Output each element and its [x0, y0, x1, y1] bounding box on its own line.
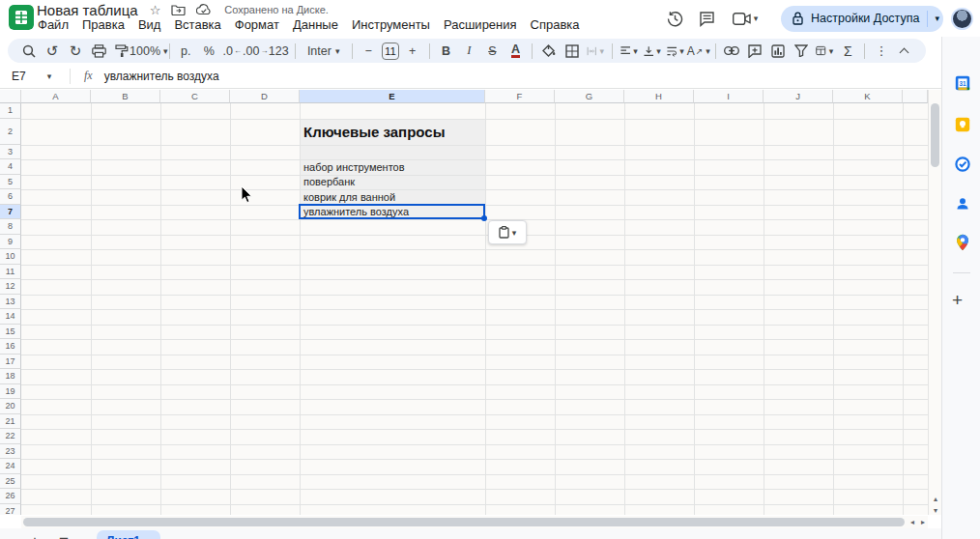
- bold-button[interactable]: B: [435, 41, 456, 62]
- menu-item-7[interactable]: Расширения: [437, 16, 524, 33]
- column-header-G[interactable]: G: [555, 90, 624, 103]
- fill-color-button[interactable]: [538, 41, 560, 62]
- font-select[interactable]: Inter▾: [302, 41, 346, 62]
- calendar-icon[interactable]: 31: [954, 74, 970, 91]
- more-options-button[interactable]: ⋮: [871, 41, 892, 62]
- column-header-D[interactable]: D: [230, 90, 300, 103]
- text-rotation-button[interactable]: A↗ ▾: [688, 41, 709, 62]
- get-addons-button[interactable]: +: [952, 290, 963, 311]
- scroll-right-button[interactable]: ▸: [917, 516, 929, 528]
- row-header-5[interactable]: 5: [0, 175, 21, 190]
- scroll-down-button[interactable]: ▾: [929, 504, 942, 516]
- contacts-icon[interactable]: [954, 195, 970, 212]
- share-caret-icon[interactable]: ▾: [935, 14, 939, 23]
- menu-item-5[interactable]: Данные: [286, 16, 345, 33]
- borders-button[interactable]: [562, 41, 583, 62]
- redo-button[interactable]: ↻: [65, 41, 86, 62]
- row-header-20[interactable]: 20: [0, 399, 21, 414]
- column-header-F[interactable]: F: [485, 90, 555, 103]
- cell-E4[interactable]: набор инструментов: [301, 159, 484, 175]
- cloud-saved-icon[interactable]: [196, 4, 212, 15]
- row-header-8[interactable]: 8: [0, 219, 21, 235]
- number-format-button[interactable]: 123: [268, 41, 289, 62]
- merge-cells-button[interactable]: ▾: [585, 41, 606, 62]
- column-header-E[interactable]: E: [300, 90, 485, 103]
- row-header-26[interactable]: 26: [0, 489, 21, 504]
- all-sheets-button[interactable]: ≡: [52, 530, 75, 539]
- column-header-B[interactable]: B: [91, 90, 160, 103]
- row-header-27[interactable]: 27: [0, 504, 21, 516]
- vertical-scrollbar[interactable]: ▴ ▾: [928, 90, 941, 515]
- create-filter-button[interactable]: [791, 41, 812, 62]
- row-header-3[interactable]: 3: [0, 145, 21, 160]
- move-folder-icon[interactable]: [171, 4, 186, 15]
- hide-menus-button[interactable]: [894, 41, 915, 62]
- add-sheet-button[interactable]: +: [23, 530, 46, 539]
- row-header-13[interactable]: 13: [0, 295, 21, 310]
- row-header-4[interactable]: 4: [0, 159, 21, 175]
- column-header-I[interactable]: I: [694, 90, 764, 103]
- undo-button[interactable]: ↺: [42, 41, 63, 62]
- percent-format-button[interactable]: %: [198, 41, 219, 62]
- name-box[interactable]: E7 ▾: [0, 70, 70, 83]
- row-header-14[interactable]: 14: [0, 309, 21, 325]
- formula-input[interactable]: увлажнитель воздуха: [104, 70, 219, 83]
- font-size-input[interactable]: 11: [382, 43, 399, 60]
- cell-E6[interactable]: коврик для ванной: [301, 189, 484, 205]
- insert-link-button[interactable]: [721, 41, 742, 62]
- keep-icon[interactable]: [954, 116, 970, 132]
- text-wrap-button[interactable]: ▾: [665, 41, 686, 62]
- meet-camera-icon[interactable]: ▾: [724, 4, 766, 33]
- avatar[interactable]: [951, 8, 973, 30]
- row-header-21[interactable]: 21: [0, 414, 21, 430]
- row-header-17[interactable]: 17: [0, 355, 21, 370]
- row-header-10[interactable]: 10: [0, 249, 21, 265]
- insert-comment-button[interactable]: [744, 41, 765, 62]
- grid-corner[interactable]: [0, 90, 21, 103]
- comments-icon[interactable]: [692, 4, 721, 33]
- insert-table-button[interactable]: ▾: [814, 41, 835, 62]
- column-header-K[interactable]: K: [833, 90, 903, 103]
- selected-cell-outline[interactable]: [299, 204, 485, 220]
- search-button[interactable]: [18, 41, 40, 62]
- column-header-H[interactable]: H: [624, 90, 694, 103]
- vertical-scrollbar-thumb[interactable]: [931, 103, 939, 167]
- menu-item-4[interactable]: Формат: [228, 16, 286, 33]
- column-header-partial[interactable]: [903, 90, 928, 103]
- column-header-C[interactable]: C: [160, 90, 230, 103]
- row-header-7[interactable]: 7: [0, 205, 21, 220]
- menu-item-8[interactable]: Справка: [524, 16, 587, 33]
- row-header-6[interactable]: 6: [0, 189, 21, 205]
- horizontal-align-button[interactable]: ▾: [619, 41, 640, 62]
- row-header-18[interactable]: 18: [0, 369, 21, 384]
- column-header-J[interactable]: J: [764, 90, 833, 103]
- tasks-icon[interactable]: [954, 156, 970, 172]
- text-color-button[interactable]: A: [504, 41, 526, 62]
- scroll-up-button[interactable]: ▴: [929, 493, 942, 504]
- row-header-19[interactable]: 19: [0, 384, 21, 400]
- spreadsheet-grid[interactable]: ▾ ABCDEFGHIJK123456789101112131415161718…: [0, 90, 928, 515]
- cell-E5[interactable]: повербанк: [301, 175, 484, 190]
- sheet-tab-active[interactable]: Лист1 ▾: [97, 530, 160, 539]
- row-header-15[interactable]: 15: [0, 325, 21, 340]
- horizontal-scrollbar[interactable]: ◂ ▸: [21, 516, 928, 528]
- row-header-23[interactable]: 23: [0, 444, 21, 460]
- row-header-16[interactable]: 16: [0, 339, 21, 355]
- row-header-2[interactable]: 2: [0, 119, 21, 145]
- menu-item-6[interactable]: Инструменты: [345, 16, 437, 33]
- decrease-font-size-button[interactable]: −: [358, 41, 379, 62]
- row-header-12[interactable]: 12: [0, 279, 21, 295]
- row-header-11[interactable]: 11: [0, 265, 21, 280]
- zoom-select[interactable]: 100%▾: [134, 41, 163, 62]
- currency-format-button[interactable]: р.: [175, 41, 196, 62]
- version-history-icon[interactable]: [660, 4, 689, 33]
- print-button[interactable]: [88, 41, 109, 62]
- share-button[interactable]: Настройки Доступа ▾: [781, 6, 943, 32]
- menu-item-2[interactable]: Вид: [131, 16, 168, 33]
- row-header-25[interactable]: 25: [0, 474, 21, 490]
- horizontal-scrollbar-thumb[interactable]: [23, 518, 905, 526]
- maps-icon[interactable]: [954, 234, 970, 250]
- fill-handle[interactable]: [481, 215, 487, 221]
- decrease-decimal-button[interactable]: .0←: [221, 41, 243, 62]
- cell-E2[interactable]: Ключевые запросы: [301, 119, 484, 145]
